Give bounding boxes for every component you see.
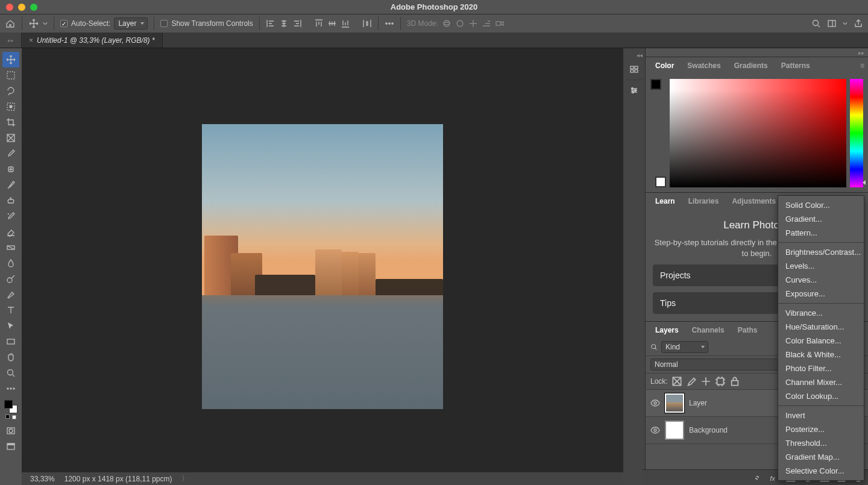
canvas-area[interactable]: 33,33% 1200 px x 1418 px (118,11 ppcm) 〉 <box>22 48 623 485</box>
home-icon[interactable] <box>5 18 16 29</box>
marquee-tool[interactable] <box>2 67 19 83</box>
menu-item[interactable]: Solid Color... <box>778 198 864 212</box>
menu-item[interactable]: Pattern... <box>778 226 864 240</box>
tab-paths[interactable]: Paths <box>732 323 764 337</box>
align-bottom-icon[interactable] <box>341 19 350 28</box>
clone-stamp-tool[interactable] <box>2 193 19 208</box>
visibility-toggle-icon[interactable] <box>650 425 660 435</box>
lock-artboard-icon[interactable] <box>715 376 726 387</box>
screen-mode-icon[interactable] <box>2 439 19 454</box>
history-panel-icon[interactable] <box>625 59 643 80</box>
more-options-icon[interactable] <box>385 19 394 28</box>
menu-item[interactable]: Levels... <box>778 259 864 273</box>
gradient-tool[interactable] <box>2 240 19 255</box>
chevron-down-icon[interactable] <box>43 19 48 28</box>
hue-slider[interactable] <box>850 79 863 187</box>
search-icon[interactable] <box>650 343 658 351</box>
workspace-switcher-icon[interactable] <box>827 19 837 28</box>
menu-item[interactable]: Selective Color... <box>778 464 864 478</box>
distribute-h-icon[interactable] <box>362 19 372 28</box>
color-panel-menu-icon[interactable]: ≡ <box>860 61 864 70</box>
path-select-tool[interactable] <box>2 318 19 334</box>
menu-item[interactable]: Exposure... <box>778 287 864 301</box>
panel-collapse-icon[interactable]: ▸▸ <box>0 33 22 48</box>
chevron-down-icon[interactable] <box>843 19 848 28</box>
align-hcenter-icon[interactable] <box>279 19 289 28</box>
auto-select-checkbox[interactable] <box>60 20 68 27</box>
align-vcenter-icon[interactable] <box>327 19 337 28</box>
show-transform-checkbox[interactable] <box>160 20 168 27</box>
lock-position-icon[interactable] <box>700 376 711 387</box>
tab-swatches[interactable]: Swatches <box>681 58 726 73</box>
hand-tool[interactable] <box>2 349 19 365</box>
align-top-icon[interactable] <box>314 19 324 28</box>
move-tool-icon[interactable] <box>28 18 39 29</box>
menu-item[interactable]: Invert <box>778 408 864 422</box>
menu-item[interactable]: Photo Filter... <box>778 361 864 375</box>
align-right-icon[interactable] <box>292 19 302 28</box>
tab-adjustments[interactable]: Adjustments <box>726 194 782 208</box>
menu-item[interactable]: Gradient... <box>778 212 864 226</box>
zoom-tool[interactable] <box>2 365 19 381</box>
tab-layers[interactable]: Layers <box>649 323 685 337</box>
dock-expand-icon[interactable]: ◂◂ <box>626 51 643 59</box>
brush-tool[interactable] <box>2 177 19 193</box>
menu-item[interactable]: Color Lookup... <box>778 389 864 403</box>
auto-select-target-select[interactable]: Layer <box>114 17 148 30</box>
default-colors-icon[interactable] <box>5 415 16 419</box>
document-tab[interactable]: × Untitled-1 @ 33,3% (Layer, RGB/8) * <box>22 33 163 48</box>
quick-mask-icon[interactable] <box>2 423 19 439</box>
share-icon[interactable] <box>854 19 863 28</box>
lasso-tool[interactable] <box>2 83 19 99</box>
right-panel-expand-icon[interactable]: ▸▸ <box>646 48 868 57</box>
menu-item[interactable]: Color Balance... <box>778 334 864 348</box>
frame-tool[interactable] <box>2 130 19 146</box>
menu-item[interactable]: Curves... <box>778 273 864 287</box>
menu-item[interactable]: Black & White... <box>778 348 864 361</box>
layer-name[interactable]: Layer <box>689 399 707 407</box>
tab-channels[interactable]: Channels <box>686 323 731 337</box>
close-tab-icon[interactable]: × <box>29 36 33 45</box>
lock-image-icon[interactable] <box>686 376 697 387</box>
pen-tool[interactable] <box>2 287 19 302</box>
menu-item[interactable]: Gradient Map... <box>778 450 864 464</box>
healing-brush-tool[interactable] <box>2 161 19 177</box>
color-fgbg-swatch[interactable] <box>650 79 666 187</box>
align-left-icon[interactable] <box>266 19 275 28</box>
menu-item[interactable]: Vibrance... <box>778 306 864 320</box>
tab-libraries[interactable]: Libraries <box>682 194 725 208</box>
eraser-tool[interactable] <box>2 224 19 240</box>
foreground-background-swatch[interactable] <box>4 400 17 413</box>
visibility-toggle-icon[interactable] <box>650 398 660 408</box>
history-brush-tool[interactable] <box>2 208 19 224</box>
quick-select-tool[interactable] <box>2 99 19 114</box>
dodge-tool[interactable] <box>2 271 19 287</box>
tab-gradients[interactable]: Gradients <box>728 58 774 73</box>
crop-tool[interactable] <box>2 114 19 130</box>
lock-transparency-icon[interactable] <box>671 376 682 387</box>
menu-item[interactable]: Threshold... <box>778 436 864 450</box>
move-tool[interactable] <box>2 52 19 67</box>
layer-thumbnail[interactable] <box>665 421 684 440</box>
blur-tool[interactable] <box>2 255 19 271</box>
tab-learn[interactable]: Learn <box>649 194 681 208</box>
menu-item[interactable]: Channel Mixer... <box>778 375 864 389</box>
tab-patterns[interactable]: Patterns <box>775 58 816 73</box>
type-tool[interactable] <box>2 302 19 318</box>
layer-filter-kind-select[interactable]: Kind <box>661 341 708 353</box>
layer-name[interactable]: Background <box>689 426 728 434</box>
layer-thumbnail[interactable] <box>665 393 684 413</box>
search-icon[interactable] <box>811 19 821 28</box>
color-field-picker[interactable] <box>670 79 846 187</box>
rectangle-tool[interactable] <box>2 334 19 349</box>
lock-all-icon[interactable] <box>729 376 740 387</box>
menu-item[interactable]: Brightness/Contrast... <box>778 245 864 259</box>
edit-toolbar-icon[interactable] <box>2 381 19 396</box>
document-canvas[interactable] <box>202 124 443 409</box>
tab-color[interactable]: Color <box>649 58 680 73</box>
status-flyout-icon[interactable]: 〉 <box>181 474 189 484</box>
link-layers-icon[interactable] <box>752 473 762 483</box>
eyedropper-tool[interactable] <box>2 146 19 161</box>
properties-panel-icon[interactable] <box>625 80 643 100</box>
menu-item[interactable]: Hue/Saturation... <box>778 320 864 334</box>
